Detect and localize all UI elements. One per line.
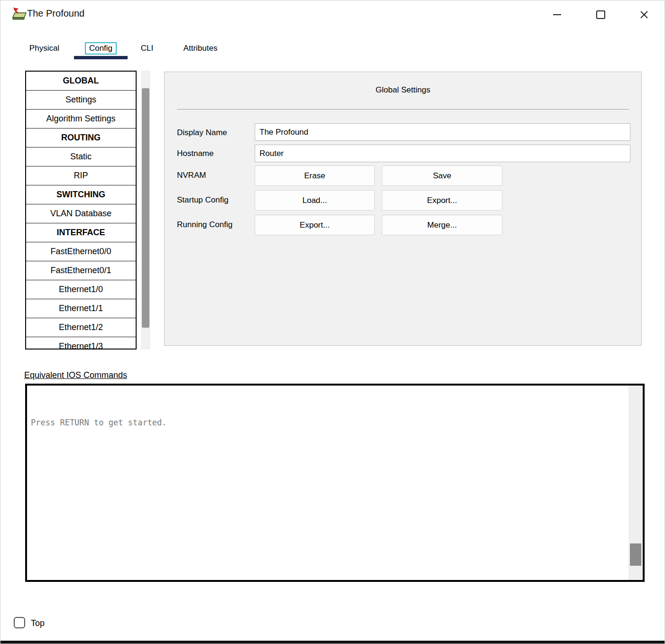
sidebar-scrollbar[interactable] [141,71,150,350]
startup-config-label: Startup Config [177,195,255,205]
panel-title: Global Settings [165,85,641,95]
minimize-button[interactable] [549,7,565,22]
window-title: The Profound [27,8,84,19]
sidebar-item-settings[interactable]: Settings [26,91,136,110]
running-config-label: Running Config [177,220,255,230]
tab-attributes[interactable]: Attributes [166,37,234,59]
sidebar-item-rip[interactable]: RIP [26,166,136,185]
nvram-erase-button[interactable]: Erase [255,166,375,186]
top-checkbox-label: Top [31,618,45,628]
terminal-text: Press RETURN to get started. [31,418,167,427]
running-config-merge-button[interactable]: Merge... [382,215,502,235]
tab-bar: Physical Config CLI Attributes [15,37,234,59]
minimize-icon [553,14,561,15]
startup-config-export-button[interactable]: Export... [382,190,502,211]
close-icon [640,10,648,19]
tab-cli-label: CLI [141,44,153,53]
sidebar-item-routing[interactable]: ROUTING [26,129,136,147]
config-category-list: GLOBAL Settings Algorithm Settings ROUTI… [25,71,137,350]
panel-title-separator [177,109,629,110]
window-bottom-edge [0,641,665,644]
terminal-scrollbar[interactable] [628,386,643,580]
display-name-input[interactable] [255,123,630,141]
sidebar-item-ethernet1-3[interactable]: Ethernet1/3 [26,337,136,350]
tab-config-active-indicator [74,56,128,59]
sidebar-item-global[interactable]: GLOBAL [26,72,136,91]
display-name-label: Display Name [177,128,255,138]
sidebar-item-fastethernet0-0[interactable]: FastEthernet0/0 [26,242,136,261]
sidebar-item-ethernet1-1[interactable]: Ethernet1/1 [26,299,136,318]
packet-tracer-device-window: { "window": { "title": "The Profound", "… [0,0,665,644]
global-settings-panel: Global Settings Display Name Hostname NV… [164,72,642,346]
tab-cli[interactable]: CLI [128,37,166,59]
ios-commands-terminal[interactable]: Press RETURN to get started. [25,384,645,582]
sidebar-item-vlan-database[interactable]: VLAN Database [26,204,136,223]
tab-attributes-label: Attributes [184,44,218,53]
hostname-input[interactable] [255,145,630,162]
sidebar-item-algorithm-settings[interactable]: Algorithm Settings [26,110,136,129]
sidebar-item-ethernet1-0[interactable]: Ethernet1/0 [26,280,136,299]
nvram-save-button[interactable]: Save [382,166,502,186]
sidebar-item-static[interactable]: Static [26,147,136,166]
tab-physical[interactable]: Physical [15,37,74,59]
nvram-label: NVRAM [177,171,255,180]
maximize-icon [596,10,605,19]
hostname-label: Hostname [177,149,255,158]
maximize-button[interactable] [592,7,609,22]
top-checkbox[interactable] [14,617,25,628]
close-button[interactable] [636,7,652,22]
tab-config-label: Config [85,42,117,55]
tab-physical-label: Physical [29,44,59,53]
sidebar-scrollbar-thumb[interactable] [142,88,149,328]
equivalent-ios-commands-label: Equivalent IOS Commands [24,370,127,380]
router-device-icon [12,6,28,22]
sidebar-item-fastethernet0-1[interactable]: FastEthernet0/1 [26,261,136,280]
sidebar-item-ethernet1-2[interactable]: Ethernet1/2 [26,318,136,337]
titlebar: The Profound [0,0,665,29]
running-config-export-button[interactable]: Export... [255,215,375,235]
sidebar-item-interface[interactable]: INTERFACE [26,223,136,242]
sidebar-item-switching[interactable]: SWITCHING [26,185,136,204]
tab-config[interactable]: Config [74,37,128,59]
startup-config-load-button[interactable]: Load... [255,190,375,211]
terminal-scrollbar-thumb[interactable] [630,543,641,566]
